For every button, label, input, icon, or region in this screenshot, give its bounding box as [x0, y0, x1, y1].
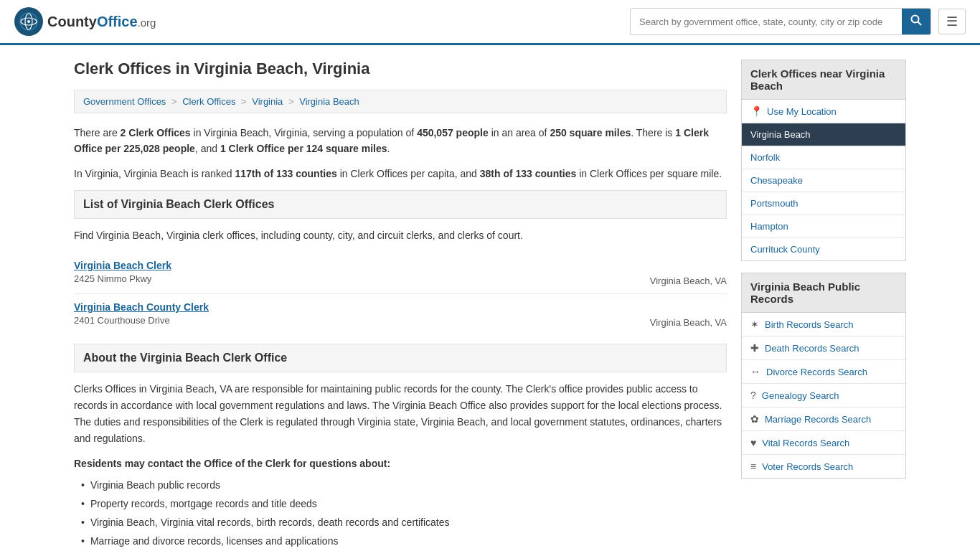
death-icon: ✚: [750, 342, 759, 354]
clerk-city-1: Virginia Beach, VA: [650, 276, 727, 286]
clerk-name-2[interactable]: Virginia Beach County Clerk: [74, 301, 209, 313]
header-right: ☰: [630, 8, 966, 35]
clerk-row-2: Virginia Beach County Clerk 2401 Courtho…: [74, 301, 727, 328]
svg-line-5: [918, 22, 922, 26]
svg-point-3: [27, 20, 30, 23]
clerk-name-1[interactable]: Virginia Beach Clerk: [74, 260, 171, 271]
breadcrumb-clerk-offices[interactable]: Clerk Offices: [182, 96, 235, 107]
voter-icon: ≡: [750, 461, 756, 472]
clerk-address-2: 2401 Courthouse Drive: [74, 315, 209, 326]
clerk-info-2: Virginia Beach County Clerk 2401 Courtho…: [74, 301, 209, 326]
search-button[interactable]: [902, 9, 930, 34]
use-location-link[interactable]: Use My Location: [767, 106, 837, 117]
sidebar-item-norfolk[interactable]: Norfolk: [742, 146, 905, 169]
clerk-list: Virginia Beach Clerk 2425 Nimmo Pkwy Vir…: [74, 253, 727, 335]
public-records-title: Virginia Beach Public Records: [741, 273, 906, 313]
logo-text: CountyOffice.org: [47, 14, 156, 30]
location-pin-icon: 📍: [750, 105, 763, 117]
list-sub-desc: Find Virginia Beach, Virginia clerk offi…: [74, 227, 727, 243]
voter-records-label: Voter Records Search: [762, 461, 853, 472]
genealogy-label: Genealogy Search: [762, 390, 839, 401]
death-records-link[interactable]: ✚ Death Records Search: [742, 336, 905, 360]
clerk-address-1: 2425 Nimmo Pkwy: [74, 273, 171, 284]
marriage-icon: ✿: [750, 413, 759, 425]
sidebar-item-chesapeake[interactable]: Chesapeake: [742, 169, 905, 192]
marriage-records-link[interactable]: ✿ Marriage Records Search: [742, 408, 905, 431]
description-ranking: In Virginia, Virginia Beach is ranked 11…: [74, 166, 727, 182]
sidebar-item-currituck-county[interactable]: Currituck County: [742, 238, 905, 260]
menu-button[interactable]: ☰: [938, 9, 966, 34]
birth-records-link[interactable]: ✶ Birth Records Search: [742, 313, 905, 336]
list-heading: List of Virginia Beach Clerk Offices: [74, 190, 727, 219]
search-bar: [630, 8, 931, 35]
sidebar: Clerk Offices near Virginia Beach 📍 Use …: [741, 60, 906, 551]
breadcrumb-sep2: >: [241, 96, 247, 107]
header: CountyOffice.org ☰: [0, 0, 980, 45]
logo-icon: [14, 7, 43, 36]
list-item: Virginia Beach public records: [81, 478, 727, 493]
list-item: Property records, mortgage records and t…: [81, 496, 727, 512]
birth-icon: ✶: [750, 319, 759, 330]
clerk-row-1: Virginia Beach Clerk 2425 Nimmo Pkwy Vir…: [74, 260, 727, 286]
birth-records-label: Birth Records Search: [765, 319, 854, 330]
breadcrumb-sep3: >: [288, 96, 294, 107]
divorce-records-label: Divorce Records Search: [766, 367, 867, 377]
marriage-records-label: Marriage Records Search: [765, 414, 871, 425]
clerk-item-2: Virginia Beach County Clerk 2401 Courtho…: [74, 294, 727, 335]
main-content: Clerk Offices in Virginia Beach, Virgini…: [74, 60, 727, 551]
page-title: Clerk Offices in Virginia Beach, Virgini…: [74, 60, 727, 78]
svg-point-4: [912, 16, 919, 23]
breadcrumb-virginia-beach[interactable]: Virginia Beach: [299, 96, 359, 107]
page-container: Clerk Offices in Virginia Beach, Virgini…: [60, 45, 920, 551]
voter-records-link[interactable]: ≡ Voter Records Search: [742, 455, 905, 478]
contact-heading: Residents may contact the Office of the …: [74, 456, 727, 472]
clerk-item-1: Virginia Beach Clerk 2425 Nimmo Pkwy Vir…: [74, 253, 727, 294]
nearby-title: Clerk Offices near Virginia Beach: [741, 60, 906, 100]
about-text: Clerks Offices in Virginia Beach, VA are…: [74, 381, 727, 447]
vital-records-label: Vital Records Search: [762, 438, 849, 448]
sidebar-item-portsmouth[interactable]: Portsmouth: [742, 192, 905, 215]
search-input[interactable]: [631, 11, 902, 33]
divorce-icon: ↔: [750, 366, 760, 377]
logo-area: CountyOffice.org: [14, 7, 156, 36]
vital-icon: ♥: [750, 437, 756, 448]
genealogy-link[interactable]: ? Genealogy Search: [742, 384, 905, 408]
genealogy-icon: ?: [750, 390, 756, 401]
breadcrumb-virginia[interactable]: Virginia: [252, 96, 283, 107]
clerk-info-1: Virginia Beach Clerk 2425 Nimmo Pkwy: [74, 260, 171, 284]
sidebar-item-virginia-beach[interactable]: Virginia Beach: [742, 123, 905, 146]
use-location[interactable]: 📍 Use My Location: [742, 100, 905, 123]
list-item: Virginia Beach, Virginia vital records, …: [81, 515, 727, 530]
list-item: Marriage and divorce records, licenses a…: [81, 534, 727, 549]
public-records-box: ✶ Birth Records Search ✚ Death Records S…: [741, 313, 906, 479]
bullet-list: Virginia Beach public records Property r…: [74, 478, 727, 549]
nearby-box: 📍 Use My Location Virginia Beach Norfolk…: [741, 100, 906, 261]
death-records-label: Death Records Search: [765, 343, 859, 354]
breadcrumb: Government Offices > Clerk Offices > Vir…: [74, 90, 727, 113]
description-population: There are 2 Clerk Offices in Virginia Be…: [74, 125, 727, 157]
breadcrumb-gov-offices[interactable]: Government Offices: [83, 96, 166, 107]
breadcrumb-sep1: >: [171, 96, 177, 107]
vital-records-link[interactable]: ♥ Vital Records Search: [742, 431, 905, 455]
about-heading: About the Virginia Beach Clerk Office: [74, 344, 727, 372]
clerk-city-2: Virginia Beach, VA: [650, 317, 727, 328]
divorce-records-link[interactable]: ↔ Divorce Records Search: [742, 360, 905, 384]
sidebar-item-hampton[interactable]: Hampton: [742, 215, 905, 238]
